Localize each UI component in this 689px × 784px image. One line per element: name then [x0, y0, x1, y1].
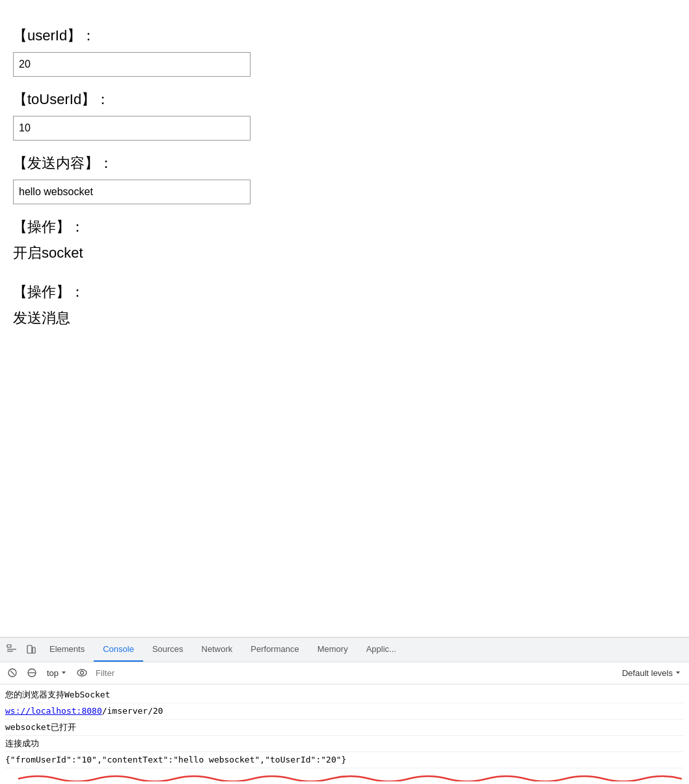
page-content: 【userId】： 【toUserId】： 【发送内容】： 【操作】： 开启so…: [0, 0, 689, 334]
clear-console-icon[interactable]: [4, 664, 21, 681]
userid-label: 【userId】：: [13, 26, 676, 46]
console-line-3: websocket已打开: [5, 720, 684, 736]
svg-marker-12: [676, 671, 680, 674]
tab-memory[interactable]: Memory: [308, 637, 357, 662]
eye-icon[interactable]: [74, 664, 90, 681]
touserid-input[interactable]: [13, 116, 250, 141]
console-line-5: {"fromUserId":"10","contentText":"hello …: [5, 752, 684, 768]
console-line-2: ws://localhost:8080 /imserver/20: [5, 703, 684, 720]
tab-performance[interactable]: Performance: [241, 637, 308, 662]
device-toolbar-icon[interactable]: [22, 640, 40, 658]
console-text-3: websocket已打开: [5, 720, 76, 735]
red-squiggle: [5, 770, 684, 781]
operation1-label: 【操作】：: [13, 217, 676, 237]
context-label: top: [47, 668, 59, 678]
console-line-1: 您的浏览器支持WebSocket: [5, 687, 684, 703]
content-input[interactable]: [13, 180, 250, 204]
open-socket-button[interactable]: 开启socket: [13, 243, 83, 263]
tab-sources[interactable]: Sources: [143, 637, 193, 662]
svg-line-6: [10, 671, 14, 675]
devtools-toolbar: top Default levels: [0, 662, 689, 684]
inspect-element-icon[interactable]: [3, 640, 21, 658]
operation2-label: 【操作】：: [13, 282, 676, 302]
block-requests-icon[interactable]: [23, 664, 40, 681]
devtools-panel-icons: [3, 640, 40, 658]
svg-rect-4: [33, 647, 35, 653]
userid-input[interactable]: [13, 52, 250, 77]
tab-elements[interactable]: Elements: [40, 637, 94, 662]
content-label: 【发送内容】：: [13, 154, 676, 173]
touserid-label: 【toUserId】：: [13, 90, 676, 109]
console-text-2b: /imserver/20: [102, 704, 163, 718]
devtools-tabs-bar: Elements Console Sources Network Perform…: [0, 638, 689, 662]
console-line-4: 连接成功: [5, 736, 684, 752]
levels-label: Default levels: [622, 668, 673, 678]
send-message-button[interactable]: 发送消息: [13, 308, 70, 328]
svg-rect-0: [7, 645, 11, 647]
svg-point-10: [77, 669, 87, 676]
svg-marker-9: [62, 671, 66, 674]
devtools-panel: Elements Console Sources Network Perform…: [0, 637, 689, 784]
tab-application[interactable]: Applic...: [357, 637, 405, 662]
levels-selector[interactable]: Default levels: [618, 664, 685, 681]
context-selector[interactable]: top: [43, 664, 71, 681]
console-text-4: 连接成功: [5, 737, 39, 751]
svg-rect-3: [27, 645, 32, 653]
devtools-console: 您的浏览器支持WebSocket ws://localhost:8080 /im…: [0, 684, 689, 784]
filter-input[interactable]: [93, 666, 615, 680]
console-text-1: 您的浏览器支持WebSocket: [5, 688, 110, 702]
console-text-5: {"fromUserId":"10","contentText":"hello …: [5, 753, 346, 767]
tab-console[interactable]: Console: [94, 637, 143, 662]
svg-point-11: [81, 671, 84, 675]
console-link-websocket[interactable]: ws://localhost:8080: [5, 704, 102, 718]
tab-network[interactable]: Network: [193, 637, 242, 662]
